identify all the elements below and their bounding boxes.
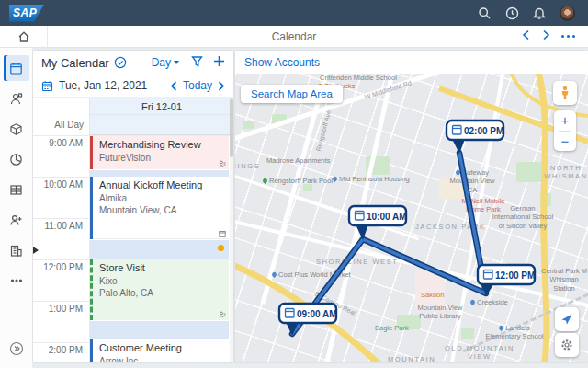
warning-dot bbox=[218, 245, 224, 251]
map-pin-0900am[interactable]: 09:00 AM bbox=[279, 304, 337, 336]
view-selector-dropdown[interactable]: Day bbox=[152, 56, 179, 69]
customer-icon bbox=[219, 160, 226, 167]
date-picker-icon[interactable] bbox=[41, 80, 53, 92]
time-label: 11:00 AM bbox=[33, 221, 83, 231]
map-zoom-control: + − bbox=[554, 110, 576, 151]
time-label: 2:00 PM bbox=[33, 345, 83, 355]
pin-time-label: 02:00 PM bbox=[464, 126, 503, 136]
map-pin-1000am[interactable]: 10:00 AM bbox=[349, 206, 407, 240]
travel-time-strip bbox=[90, 240, 229, 259]
previous-day-icon[interactable] bbox=[170, 81, 177, 91]
day-column: Merchandising Review FutureVision Annual… bbox=[89, 135, 230, 362]
map-pin-0200pm[interactable]: 02:00 PM bbox=[447, 121, 503, 154]
pin-time-label: 09:00 AM bbox=[297, 309, 337, 319]
overflow-menu-icon[interactable] bbox=[560, 31, 578, 42]
shell-bar: SAP bbox=[0, 0, 588, 26]
search-icon[interactable] bbox=[472, 1, 496, 25]
my-location-button[interactable] bbox=[555, 307, 579, 331]
calendar-date-bar: Tue, Jan 12, 2021 Today bbox=[33, 75, 233, 97]
travel-time-strip bbox=[90, 321, 229, 339]
sidebar-item-company[interactable] bbox=[4, 237, 29, 263]
home-button[interactable] bbox=[0, 26, 48, 47]
sidebar-item-accounts[interactable] bbox=[4, 207, 29, 233]
event-title: Annual Kickoff Meeting bbox=[99, 179, 223, 192]
selected-date[interactable]: Tue, Jan 12, 2021 bbox=[59, 79, 147, 92]
sidebar-expand-icon[interactable] bbox=[9, 341, 24, 359]
day-column-header-row: Fri 12-01 bbox=[33, 97, 233, 115]
user-avatar[interactable] bbox=[555, 1, 579, 25]
app-header: Calendar bbox=[0, 26, 588, 48]
avatar-image bbox=[560, 6, 575, 21]
calendar-header: My Calendar Day bbox=[33, 51, 233, 75]
calendar-title: My Calendar bbox=[41, 56, 109, 70]
nav-actions bbox=[519, 29, 588, 43]
all-day-label: All Day bbox=[33, 115, 89, 135]
calendar-grid[interactable]: 9:00 AM 10:00 AM 11:00 AM 12:00 PM 1:00 … bbox=[33, 135, 233, 362]
map-settings-gear-icon[interactable] bbox=[555, 333, 579, 357]
notifications-bell-icon[interactable] bbox=[527, 1, 551, 25]
show-accounts-link[interactable]: Show Accounts bbox=[244, 56, 320, 69]
map-route-layer: 02:00 PM 10:00 AM 12:00 PM bbox=[235, 74, 588, 362]
event-location: Palo Alto, CA bbox=[99, 287, 223, 299]
all-day-row: All Day bbox=[33, 115, 233, 135]
page-title: Calendar bbox=[0, 30, 588, 43]
sidebar-item-analytics[interactable] bbox=[4, 146, 29, 172]
map-header: Show Accounts bbox=[235, 51, 588, 74]
map-canvas[interactable]: Crittenden Middle School Starbucks W Mid… bbox=[235, 74, 588, 362]
event-merchandising-review[interactable]: Merchandising Review FutureVision bbox=[90, 136, 229, 169]
sidebar-overflow-icon[interactable] bbox=[4, 268, 29, 293]
today-button[interactable]: Today bbox=[183, 79, 212, 92]
calendar-panel: My Calendar Day Tue, Jan 12, 2021 Today bbox=[33, 51, 233, 362]
add-appointment-icon[interactable] bbox=[213, 55, 225, 70]
event-location: Mountain View, CA bbox=[99, 204, 223, 216]
event-company: Almika bbox=[99, 192, 223, 204]
sidebar bbox=[0, 48, 33, 368]
event-company: FutureVision bbox=[99, 152, 223, 164]
zoom-in-button[interactable]: + bbox=[554, 110, 576, 131]
check-circle-icon[interactable] bbox=[114, 56, 127, 69]
event-annual-kickoff-meeting[interactable]: Annual Kickoff Meeting Almika Mountain V… bbox=[90, 177, 229, 239]
scrollbar-thumb[interactable] bbox=[230, 98, 233, 157]
visit-icon bbox=[219, 311, 226, 318]
sidebar-item-calendar[interactable] bbox=[4, 55, 29, 81]
view-selector-value: Day bbox=[152, 56, 171, 69]
time-label: 12:00 PM bbox=[33, 262, 83, 272]
time-label: 9:00 AM bbox=[33, 138, 83, 148]
day-column-header[interactable]: Fri 12-01 bbox=[89, 98, 233, 115]
time-label: 1:00 PM bbox=[33, 304, 83, 314]
sidebar-item-table[interactable] bbox=[4, 177, 29, 202]
content-area: My Calendar Day Tue, Jan 12, 2021 Today bbox=[0, 48, 588, 368]
back-chevron-icon[interactable] bbox=[519, 29, 534, 43]
event-customer-meeting[interactable]: Customer Meeting Arrow Inc bbox=[90, 339, 229, 362]
street-view-pegman-icon[interactable] bbox=[553, 81, 577, 105]
search-map-area-button[interactable]: Search Map Area bbox=[241, 85, 343, 103]
filter-icon[interactable] bbox=[191, 55, 203, 70]
map-pin-1200pm[interactable]: 12:00 PM bbox=[478, 265, 535, 296]
sidebar-item-products[interactable] bbox=[4, 116, 29, 142]
pin-time-label: 10:00 AM bbox=[367, 212, 407, 222]
pin-time-label: 12:00 PM bbox=[495, 270, 535, 281]
appointment-icon bbox=[219, 230, 226, 237]
map-panel: Show Accounts bbox=[235, 51, 588, 362]
all-day-cell[interactable] bbox=[89, 115, 233, 135]
event-title: Store Visit bbox=[99, 262, 223, 275]
event-title: Merchandising Review bbox=[99, 139, 223, 152]
event-company: Kixo bbox=[99, 275, 223, 287]
sap-logo[interactable]: SAP bbox=[9, 5, 44, 22]
chevron-down-icon bbox=[174, 61, 179, 64]
event-store-visit[interactable]: Store Visit Kixo Palo Alto, CA bbox=[90, 259, 229, 320]
zoom-out-button[interactable]: − bbox=[554, 132, 576, 152]
time-label: 10:00 AM bbox=[33, 179, 83, 190]
sidebar-item-contacts[interactable] bbox=[4, 86, 29, 111]
event-company: Arrow Inc bbox=[99, 355, 223, 362]
event-title: Customer Meeting bbox=[99, 342, 223, 355]
clock-icon[interactable] bbox=[500, 1, 524, 25]
next-day-icon[interactable] bbox=[218, 81, 225, 91]
travel-time-strip bbox=[90, 170, 229, 177]
current-time-indicator bbox=[33, 247, 39, 254]
calendar-scrollbar[interactable] bbox=[230, 97, 233, 362]
forward-chevron-icon[interactable] bbox=[539, 29, 554, 43]
